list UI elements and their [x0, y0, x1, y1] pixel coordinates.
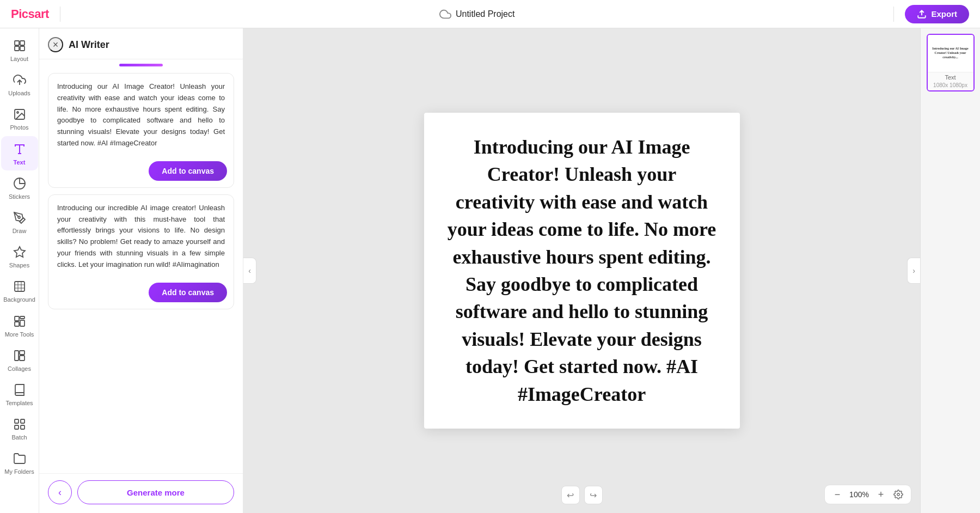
header-divider — [60, 7, 60, 22]
redo-button[interactable]: ↪ — [584, 486, 603, 504]
svg-rect-17 — [15, 351, 19, 361]
canvas-collapse-left-button[interactable]: ‹ — [243, 258, 256, 284]
cloud-icon — [439, 8, 451, 20]
result-card-2: Introducing our incredible AI image crea… — [48, 194, 234, 309]
sidebar-item-my-folders-label: My Folders — [4, 468, 34, 475]
generate-more-button[interactable]: Generate more — [77, 480, 234, 504]
logo: Picsart — [11, 7, 49, 21]
more-tools-icon — [12, 314, 27, 329]
header-right-divider — [893, 7, 894, 22]
panel-header: × AI Writer — [39, 28, 243, 59]
sidebar-item-templates[interactable]: Templates — [1, 377, 38, 411]
canvas-main-text: Introducing our AI Image Creator! Unleas… — [446, 133, 718, 408]
stickers-icon — [12, 176, 27, 191]
add-to-canvas-button-2[interactable]: Add to canvas — [149, 283, 227, 302]
export-icon — [917, 9, 927, 19]
header: Picsart Untitled Project Export — [0, 0, 980, 28]
sidebar-item-shapes-label: Shapes — [9, 262, 29, 269]
sidebar-item-draw[interactable]: Draw — [1, 205, 38, 239]
right-panel: Introducing our AI Image Creator! Unleas… — [920, 28, 980, 513]
thumbnail-size: 1080x 1080px — [928, 82, 973, 90]
panel-content: Introducing our AI Image Creator! Unleas… — [39, 59, 243, 473]
sidebar-item-draw-label: Draw — [13, 228, 27, 235]
text-icon — [12, 142, 27, 157]
header-center: Untitled Project — [439, 8, 515, 20]
canvas-collapse-right-button[interactable]: › — [907, 258, 920, 284]
svg-rect-16 — [20, 320, 24, 326]
svg-point-7 — [17, 112, 19, 113]
prev-button[interactable]: ‹ — [48, 480, 72, 504]
sidebar-item-uploads-label: Uploads — [8, 90, 30, 97]
sidebar-item-background-label: Background — [3, 296, 35, 303]
canvas-settings-button[interactable] — [891, 487, 905, 502]
project-title: Untitled Project — [456, 9, 515, 19]
export-label: Export — [931, 9, 957, 19]
sidebar-item-collages[interactable]: Collages — [1, 343, 38, 377]
thumbnail-label: Text — [928, 72, 973, 82]
canvas-white[interactable]: Introducing our AI Image Creator! Unleas… — [424, 113, 740, 429]
sidebar-item-stickers-label: Stickers — [9, 193, 30, 200]
result-text-1: Introducing our AI Image Creator! Unleas… — [48, 74, 234, 157]
svg-rect-1 — [15, 41, 19, 45]
svg-rect-19 — [20, 356, 24, 361]
canvas-area: ‹ Introducing our AI Image Creator! Unle… — [243, 28, 920, 513]
logo-text: Picsart — [11, 7, 49, 21]
sidebar-item-collages-label: Collages — [8, 365, 31, 372]
header-left: Picsart — [11, 7, 65, 22]
layout-icon — [12, 38, 27, 53]
result-text-2: Introducing our incredible AI image crea… — [48, 195, 234, 278]
svg-rect-13 — [15, 316, 19, 321]
background-icon — [12, 279, 27, 294]
sidebar-item-stickers[interactable]: Stickers — [1, 170, 38, 205]
sidebar-item-text-label: Text — [14, 159, 26, 166]
sidebar-item-shapes[interactable]: Shapes — [1, 239, 38, 273]
thumbnail-card[interactable]: Introducing our AI Image Creator! Unleas… — [927, 34, 975, 91]
thumbnail-text: Introducing our AI Image Creator! Unleas… — [930, 47, 971, 59]
svg-rect-22 — [15, 425, 19, 429]
panel: × AI Writer Introducing our AI Image Cre… — [39, 28, 243, 513]
collapse-right-icon: › — [912, 266, 915, 275]
sidebar-item-text[interactable]: Text — [1, 136, 38, 170]
export-button[interactable]: Export — [905, 5, 969, 23]
sidebar-item-more-tools[interactable]: More Tools — [1, 308, 38, 343]
main-area: Layout Uploads Photos — [0, 28, 980, 513]
collages-icon — [12, 348, 27, 363]
add-to-canvas-button-1[interactable]: Add to canvas — [149, 161, 227, 181]
svg-rect-3 — [15, 46, 19, 51]
sidebar-item-my-folders[interactable]: My Folders — [1, 445, 38, 480]
panel-title: AI Writer — [69, 39, 109, 51]
sidebar-item-photos[interactable]: Photos — [1, 101, 38, 136]
uploads-icon — [12, 72, 27, 88]
result-actions-1: Add to canvas — [48, 157, 234, 187]
svg-rect-21 — [21, 419, 24, 423]
sidebar: Layout Uploads Photos — [0, 28, 39, 513]
undo-icon: ↩ — [567, 490, 574, 500]
collapse-left-icon: ‹ — [248, 266, 251, 275]
sidebar-item-background[interactable]: Background — [1, 273, 38, 308]
header-right: Export — [889, 5, 969, 23]
sidebar-item-layout[interactable]: Layout — [1, 33, 38, 67]
sidebar-item-uploads[interactable]: Uploads — [1, 67, 38, 101]
my-folders-icon — [12, 451, 27, 466]
zoom-in-button[interactable]: + — [874, 487, 888, 502]
prev-icon: ‹ — [58, 487, 62, 498]
panel-close-button[interactable]: × — [48, 37, 63, 52]
svg-rect-18 — [20, 351, 24, 355]
zoom-level-display: 100% — [848, 490, 871, 499]
settings-icon — [893, 490, 903, 499]
zoom-out-button[interactable]: − — [830, 487, 844, 502]
sidebar-item-more-tools-label: More Tools — [5, 331, 34, 338]
shapes-icon — [12, 245, 27, 260]
svg-rect-15 — [15, 322, 19, 326]
sidebar-item-batch[interactable]: Batch — [1, 411, 38, 445]
zoom-controls: − 100% + — [824, 485, 911, 504]
panel-footer: ‹ Generate more — [39, 473, 243, 513]
undo-button[interactable]: ↩ — [561, 486, 580, 504]
sidebar-item-templates-label: Templates — [5, 400, 33, 407]
svg-marker-11 — [14, 247, 25, 257]
canvas-bottom-bar: ↩ ↪ — [561, 486, 603, 504]
sidebar-item-layout-label: Layout — [10, 56, 28, 63]
redo-icon: ↪ — [590, 490, 597, 500]
batch-icon — [12, 417, 27, 432]
svg-rect-12 — [15, 282, 24, 291]
